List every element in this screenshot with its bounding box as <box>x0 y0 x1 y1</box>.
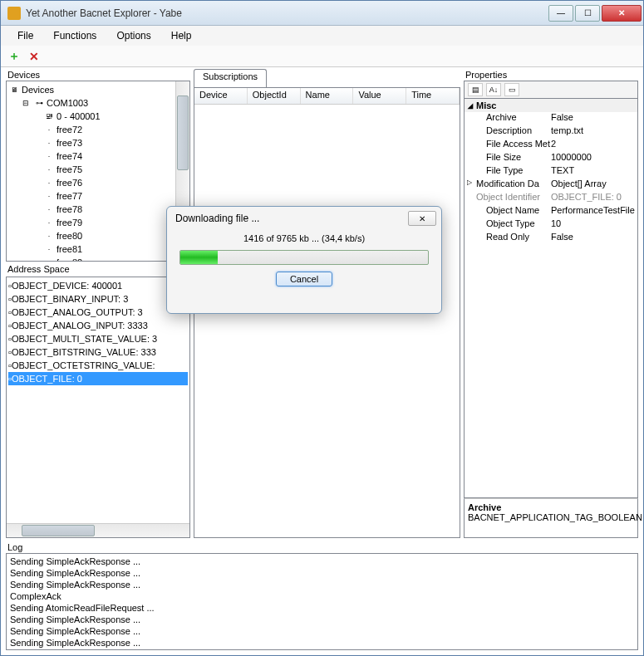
prop-desc-title: Archive <box>468 502 634 512</box>
prop-name: File Access Met <box>474 139 551 152</box>
prop-value[interactable]: TEXT <box>551 165 637 179</box>
tree-item[interactable]: ·free72 <box>8 123 174 136</box>
prop-row[interactable]: Descriptiontemp.txt <box>465 125 637 139</box>
log-line: Sending AtomicReadFileRequest ... <box>10 602 634 614</box>
window-title: Yet Another Bacnet Explorer - Yabe <box>26 7 548 19</box>
prop-row[interactable]: Object IdentifierOBJECT_FILE: 0 <box>465 192 637 205</box>
prop-name: File Type <box>474 165 551 179</box>
expand-icon[interactable]: ▷ <box>465 179 474 192</box>
categorize-icon[interactable]: ▤ <box>468 83 483 96</box>
port-icon: ⊶ <box>33 97 45 109</box>
remove-button[interactable]: ✕ <box>27 50 41 63</box>
log-line: ComplexAck <box>10 590 634 602</box>
prop-row[interactable]: Read OnlyFalse <box>465 232 637 245</box>
prop-value[interactable]: False <box>551 232 637 245</box>
column-header[interactable]: Name <box>301 88 354 104</box>
free-icon: · <box>43 164 55 175</box>
progress-fill <box>180 251 218 264</box>
column-header[interactable]: Device <box>194 88 248 104</box>
free-icon: · <box>43 124 55 135</box>
prop-value[interactable]: False <box>551 112 637 125</box>
tree-item[interactable]: ·free81 <box>8 242 174 256</box>
prop-pages-icon[interactable]: ▭ <box>504 83 519 96</box>
minimize-button[interactable]: — <box>548 5 573 22</box>
address-item[interactable]: ▫OBJECT_OCTETSTRING_VALUE: <box>8 359 188 372</box>
close-button[interactable]: ✕ <box>602 5 642 22</box>
tab-subscriptions[interactable]: Subscriptions <box>194 69 267 87</box>
address-item[interactable]: ▫OBJECT_ANALOG_INPUT: 3333 <box>8 319 188 332</box>
menu-options[interactable]: Options <box>108 28 159 43</box>
tree-item[interactable]: ·free76 <box>8 176 174 189</box>
menu-file[interactable]: File <box>9 28 42 43</box>
titlebar[interactable]: Yet Another Bacnet Explorer - Yabe — ☐ ✕ <box>1 1 643 26</box>
prop-value[interactable]: OBJECT_FILE: 0 <box>551 192 637 205</box>
prop-value[interactable]: 2 <box>551 139 637 152</box>
properties-toolbar: ▤ A↓ ▭ <box>464 81 638 99</box>
column-header[interactable]: ObjectId <box>248 88 301 104</box>
prop-value[interactable]: Object[] Array <box>551 179 637 192</box>
object-icon: ▫ <box>8 321 12 330</box>
prop-value[interactable]: temp.txt <box>551 125 637 139</box>
object-icon: ▫ <box>8 307 12 317</box>
prop-value[interactable]: 10000000 <box>551 152 637 165</box>
tree-item[interactable]: ·free80 <box>8 229 174 242</box>
object-icon: ▫ <box>8 334 12 344</box>
address-item[interactable]: ▫OBJECT_MULTI_STATE_VALUE: 3 <box>8 332 188 345</box>
menu-functions[interactable]: Functions <box>45 28 105 43</box>
tree-item[interactable]: ·free74 <box>8 149 174 163</box>
log-line: Sending SimpleAckResponse ... <box>10 637 634 649</box>
address-item[interactable]: ▫OBJECT_BITSTRING_VALUE: 333 <box>8 345 188 359</box>
device-icon: 🖳 <box>43 110 55 122</box>
tree-item[interactable]: 🖳0 - 400001 <box>8 110 174 123</box>
free-icon: · <box>43 243 55 255</box>
free-icon: · <box>43 137 55 149</box>
tree-item[interactable]: ·free75 <box>8 163 174 176</box>
address-item[interactable]: ▫OBJECT_DEVICE: 400001 <box>8 279 188 292</box>
prop-row[interactable]: File TypeTEXT <box>465 165 637 179</box>
tree-item[interactable]: ·free78 <box>8 203 174 216</box>
address-item[interactable]: ▫OBJECT_FILE: 0 <box>8 372 188 385</box>
tree-port[interactable]: ⊟⊶COM1003 <box>8 96 174 110</box>
devices-tree[interactable]: 🖥Devices⊟⊶COM1003🖳0 - 400001·free72·free… <box>6 81 190 262</box>
properties-label: Properties <box>464 69 638 81</box>
prop-row[interactable]: ArchiveFalse <box>465 112 637 125</box>
hscroll-thumb[interactable] <box>22 525 95 536</box>
minus-icon[interactable]: ⊟ <box>20 97 32 109</box>
prop-value[interactable]: PerformanceTestFile <box>551 205 637 218</box>
maximize-button[interactable]: ☐ <box>575 5 600 22</box>
address-item[interactable]: ▫OBJECT_BINARY_INPUT: 3 <box>8 292 188 306</box>
sort-az-icon[interactable]: A↓ <box>486 83 501 96</box>
column-header[interactable]: Value <box>353 88 406 104</box>
prop-row[interactable]: ▷Modification DaObject[] Array <box>465 179 637 192</box>
collapse-icon[interactable]: ◢ <box>468 102 473 110</box>
menu-help[interactable]: Help <box>163 28 200 43</box>
log-panel[interactable]: Sending SimpleAckResponse ...Sending Sim… <box>6 553 638 650</box>
prop-name: Object Identifier <box>474 192 551 205</box>
address-space-hscroll[interactable] <box>7 523 189 537</box>
prop-row[interactable]: File Size10000000 <box>465 152 637 165</box>
prop-desc-body: BACNET_APPLICATION_TAG_BOOLEAN <box>468 512 634 522</box>
prop-name: Archive <box>474 112 551 125</box>
prop-row[interactable]: Object Type10 <box>465 218 637 232</box>
tree-item[interactable]: ·free82 <box>8 256 174 261</box>
tree-item[interactable]: ·free73 <box>8 136 174 149</box>
log-line: ComplexAck <box>10 649 634 650</box>
prop-value[interactable]: 10 <box>551 218 637 232</box>
dialog-close-button[interactable]: ✕ <box>408 211 436 226</box>
prop-row[interactable]: Object NamePerformanceTestFile <box>465 205 637 218</box>
property-grid[interactable]: ◢MiscArchiveFalseDescriptiontemp.txtFile… <box>464 99 638 498</box>
prop-category[interactable]: ◢Misc <box>465 99 637 112</box>
prop-row[interactable]: File Access Met2 <box>465 139 637 152</box>
tree-item[interactable]: ·free79 <box>8 216 174 229</box>
log-line: Sending SimpleAckResponse ... <box>10 625 634 637</box>
cancel-button[interactable]: Cancel <box>276 272 332 286</box>
tree-item[interactable]: ·free77 <box>8 189 174 203</box>
add-button[interactable]: ＋ <box>7 50 21 63</box>
download-status: 1416 of 9765 kb ... (34,4 kb/s) <box>243 233 365 243</box>
column-header[interactable]: Time <box>406 88 460 104</box>
scrollbar-thumb[interactable] <box>177 95 189 170</box>
address-space-list[interactable]: ▫OBJECT_DEVICE: 400001▫OBJECT_BINARY_INP… <box>6 277 190 538</box>
prop-name: Read Only <box>474 232 551 245</box>
tree-root[interactable]: 🖥Devices <box>8 83 174 96</box>
address-item[interactable]: ▫OBJECT_ANALOG_OUTPUT: 3 <box>8 306 188 319</box>
